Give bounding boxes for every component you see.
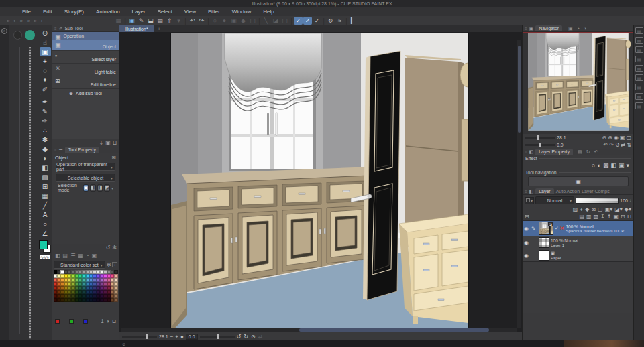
border-icon[interactable]: ╲ [262, 17, 270, 25]
layer-row-paper[interactable]: ◉ ▣ Paper [523, 249, 633, 262]
tab-icon-2[interactable]: ↻ [586, 149, 590, 155]
fill-area-icon[interactable]: ◪ [271, 17, 280, 25]
menu-item[interactable]: Window [226, 9, 257, 15]
tab-layer-comps[interactable]: Layer Comps [582, 189, 610, 194]
mask-dropdown-icon[interactable]: ◪▾ [614, 206, 623, 212]
set-as-draft-icon[interactable]: ▢ [598, 206, 603, 212]
subtool-item-edit-timeline[interactable]: ⊞ Edit timeline [52, 76, 119, 89]
reset-property-icon[interactable]: ↺ [106, 245, 111, 251]
material-folder-icon[interactable]: ▤ [635, 46, 643, 53]
subtool-group-operation[interactable]: ▣ Operation [52, 32, 119, 40]
material-folder-icon[interactable]: ▤ [635, 27, 643, 34]
create-mask-icon[interactable]: ⊡ [621, 214, 625, 220]
opacity-slider[interactable] [576, 198, 619, 204]
vertical-slider-track[interactable] [19, 47, 20, 334]
pen-tool[interactable]: ✒ [40, 97, 51, 107]
zoom-tool[interactable]: ⊙ [40, 28, 51, 38]
material-folder-icon[interactable]: ▤ [635, 56, 643, 62]
snap-grid-icon[interactable]: ✓ [313, 17, 321, 25]
snap-special-ruler-icon[interactable]: ✓ [303, 17, 312, 25]
export-dropdown-icon[interactable]: ▾ [174, 17, 183, 25]
add-subtool-button[interactable]: ⊕ Add sub tool [52, 89, 119, 98]
menu-item[interactable]: Edit [37, 9, 58, 15]
open-icon[interactable]: ▤ [156, 17, 164, 25]
frame-icon[interactable]: ▢ [280, 17, 289, 25]
material-folder-icon[interactable]: ▤ [635, 84, 643, 90]
zoom-slider-handle[interactable] [146, 334, 148, 339]
rotation-slider-handle[interactable] [217, 334, 219, 339]
menu-item[interactable]: Story(P) [58, 9, 90, 15]
flip-vertical-icon[interactable]: ⇅ [627, 142, 631, 148]
tone-effect-icon[interactable]: ◐ [597, 162, 600, 169]
enable-mask-icon[interactable]: ⊠ [591, 206, 596, 212]
subtool-item-select-layer[interactable]: ▫ Select layer [52, 51, 119, 64]
dock-toggle-chevron[interactable]: ‹ [40, 18, 42, 24]
recent-color-chip[interactable] [55, 319, 60, 324]
flip-horizontal-icon[interactable]: ⇄ [621, 142, 626, 148]
pencil-tool[interactable]: ✎ [40, 107, 51, 116]
recent-color-chip[interactable] [69, 319, 74, 324]
zoom-out-button[interactable]: − [170, 334, 174, 340]
gradient-tool[interactable]: ▤ [40, 172, 51, 182]
menu-item[interactable]: View [178, 9, 202, 15]
menu-item[interactable]: Layer [126, 9, 152, 15]
dock-toggle-chevron[interactable]: « [19, 18, 22, 24]
new-file-icon[interactable]: ▣ [127, 17, 136, 25]
move-layer-tool[interactable]: + [40, 56, 51, 66]
palette-color-dropdown-icon[interactable]: ◆▾ [625, 206, 631, 212]
item-bank-tab-icon[interactable]: ◔ [577, 26, 580, 31]
snap-ruler-icon[interactable]: ✓ [294, 17, 303, 25]
tab-auto-action[interactable]: Auto Action [556, 189, 580, 194]
lock-transparent-icon[interactable]: Ŧ [580, 206, 583, 212]
menu-item[interactable]: Help [257, 9, 280, 15]
material-folder-icon[interactable]: ▤ [635, 93, 643, 100]
wrench-icon[interactable]: ✻ [107, 262, 111, 268]
transparent-color-chip[interactable]: ∿∿∿ [40, 255, 50, 259]
menu-item[interactable]: Select [152, 9, 178, 15]
expand-selection-icon[interactable]: ◆ [239, 17, 248, 25]
new-folder-icon[interactable]: ▧ [594, 214, 599, 220]
information-tab-icon[interactable]: ◑ [584, 26, 586, 31]
zoom-in-icon[interactable]: ⊕ [608, 135, 612, 141]
vertical-slider-track-textured[interactable] [29, 47, 31, 339]
fit-to-width-icon[interactable]: ▢ [626, 135, 631, 141]
chevron-down-icon[interactable]: ▾ [111, 186, 113, 190]
layer-color-effect-icon[interactable]: ▩ [603, 162, 609, 169]
lock-layer-icon[interactable]: ◆ [585, 206, 589, 212]
selectable-object-dropdown[interactable]: Selectable object ▾ [56, 174, 115, 182]
frame-border-tool[interactable]: ▦ [40, 191, 51, 200]
tab-icon-3[interactable]: ↶ [594, 149, 598, 155]
palette-color-chip[interactable]: ▾ [525, 197, 534, 204]
workspace-icon[interactable]: ▦ [114, 17, 123, 25]
deselect-icon[interactable]: ○ [211, 17, 219, 25]
reset-rotation-icon[interactable]: ⊙ [251, 334, 256, 340]
subtool-panel-header[interactable]: ≡ ✐ Sub Tool [52, 25, 119, 32]
separator[interactable]: | [207, 17, 210, 25]
foreground-color-swatch[interactable] [39, 240, 48, 249]
selection-mode-new[interactable]: ▣ [83, 184, 89, 192]
ruler-tool[interactable]: ∠ [40, 228, 51, 238]
subtool-item-object[interactable]: ▣ Object [52, 40, 119, 51]
horizontal-scrollbar[interactable] [121, 328, 517, 332]
color-set-dropdown[interactable]: Standard color set ▾ [54, 261, 105, 269]
separator[interactable]: | [322, 17, 325, 25]
selection-tool[interactable]: ◌ [40, 66, 51, 75]
layer-thumbnail[interactable]: ◪ [539, 222, 553, 235]
layer-property-header[interactable]: ≡ ◧ Layer Property ▤↻↶ [523, 149, 633, 155]
tool-navigation-button[interactable]: ▣ [528, 176, 629, 186]
vertical-scrollbar-handle[interactable] [518, 46, 521, 133]
reselect-icon[interactable]: ● [220, 17, 229, 25]
zoom-in-button[interactable]: + [175, 334, 178, 340]
export-icon[interactable]: ⇑ [165, 17, 174, 25]
menu-item[interactable]: Animation [90, 9, 126, 15]
rotate-left-icon[interactable]: ↶ [603, 142, 608, 148]
timeline-icon[interactable]: ▎ [349, 17, 358, 25]
reference-layer-icon[interactable]: ▣▾ [605, 206, 613, 212]
new-vector-layer-icon[interactable]: ▥ [586, 214, 592, 220]
transfer-down-icon[interactable]: ↧ [600, 214, 605, 220]
text-tool[interactable]: A [40, 210, 51, 219]
eraser-tool[interactable]: ◆ [40, 144, 51, 153]
zoom-out-icon[interactable]: ⊖ [602, 135, 606, 141]
tool-property-header[interactable]: ≡ ⚌ Tool Property [52, 147, 119, 153]
material-folder-icon[interactable]: ▤ [635, 37, 643, 44]
